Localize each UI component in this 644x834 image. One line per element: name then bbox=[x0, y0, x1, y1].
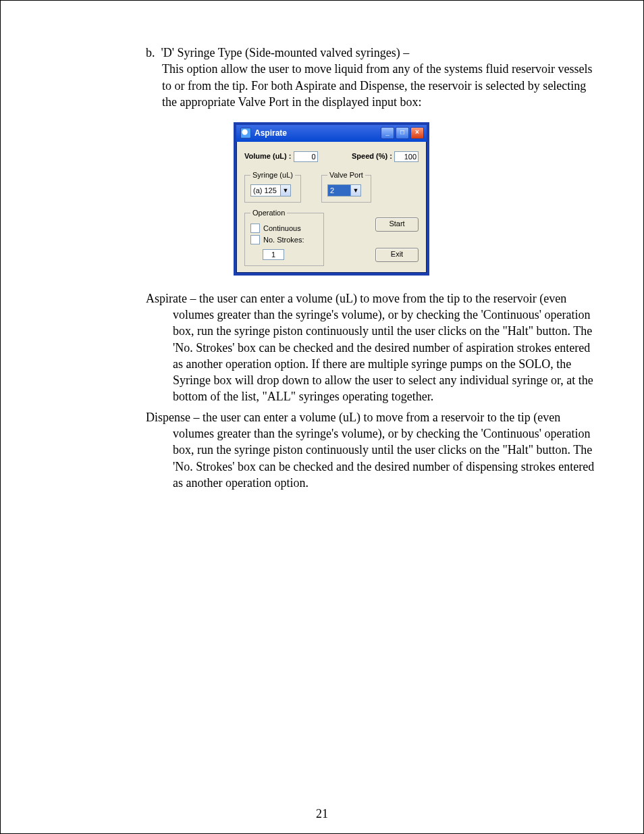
close-button[interactable]: × bbox=[410, 127, 424, 139]
syringe-groupbox: Syringe (uL) (a) 125 ▼ bbox=[244, 170, 301, 203]
nostrokes-row[interactable]: No. Strokes: bbox=[250, 235, 318, 245]
syringe-value: (a) 125 bbox=[251, 185, 280, 196]
speed-label: Speed (%) : bbox=[352, 152, 392, 160]
operation-legend: Operation bbox=[250, 208, 287, 218]
volume-field-group: Volume (uL) : 0 bbox=[244, 151, 318, 162]
title-bar[interactable]: Aspirate _ □ × bbox=[236, 125, 427, 142]
speed-field-group: Speed (%) : 100 bbox=[352, 151, 419, 162]
dialog-body: Volume (uL) : 0 Speed (%) : 100 Syringe … bbox=[236, 142, 427, 272]
window-title: Aspirate bbox=[254, 128, 287, 138]
nostrokes-input[interactable]: 1 bbox=[263, 249, 284, 260]
continuous-checkbox[interactable] bbox=[250, 224, 260, 233]
valveport-dropdown[interactable]: 2 ▼ bbox=[327, 184, 361, 197]
continuous-row[interactable]: Continuous bbox=[250, 224, 318, 234]
aspirate-text: Aspirate – the user can enter a volume (… bbox=[146, 290, 603, 405]
syringe-dropdown[interactable]: (a) 125 ▼ bbox=[250, 184, 291, 197]
maximize-button[interactable]: □ bbox=[396, 127, 409, 139]
nostrokes-label: No. Strokes: bbox=[263, 235, 304, 245]
chevron-down-icon: ▼ bbox=[350, 185, 360, 196]
start-button[interactable]: Start bbox=[375, 217, 419, 232]
continuous-label: Continuous bbox=[263, 224, 301, 234]
dispense-paragraph: Dispense – the user can enter a volume (… bbox=[146, 409, 603, 491]
exit-button[interactable]: Exit bbox=[375, 248, 419, 262]
chevron-down-icon: ▼ bbox=[280, 185, 290, 196]
syringe-legend: Syringe (uL) bbox=[250, 170, 295, 180]
volume-label: Volume (uL) : bbox=[244, 152, 291, 160]
app-icon bbox=[240, 128, 251, 138]
list-letter: b. bbox=[146, 46, 155, 59]
page-number: 21 bbox=[1, 807, 643, 821]
dispense-text: Dispense – the user can enter a volume (… bbox=[146, 409, 603, 491]
aspirate-dialog: Aspirate _ □ × Volume (uL) : 0 bbox=[234, 122, 429, 275]
list-item-b: b. 'D' Syringe Type (Side-mounted valved… bbox=[146, 45, 603, 61]
valveport-value: 2 bbox=[328, 185, 350, 196]
document-page: b. 'D' Syringe Type (Side-mounted valved… bbox=[0, 0, 644, 834]
valveport-groupbox: Valve Port 2 ▼ bbox=[321, 170, 371, 203]
list-heading: 'D' Syringe Type (Side-mounted valved sy… bbox=[161, 46, 410, 59]
speed-input[interactable]: 100 bbox=[394, 151, 419, 162]
operation-groupbox: Operation Continuous No. Strokes: 1 bbox=[244, 208, 324, 266]
volume-input[interactable]: 0 bbox=[294, 151, 318, 162]
valveport-legend: Valve Port bbox=[327, 170, 365, 180]
intro-paragraph: This option allow the user to move liqui… bbox=[146, 61, 603, 110]
minimize-button[interactable]: _ bbox=[381, 127, 394, 139]
page-content: b. 'D' Syringe Type (Side-mounted valved… bbox=[146, 45, 603, 491]
aspirate-paragraph: Aspirate – the user can enter a volume (… bbox=[146, 290, 603, 405]
aspirate-dialog-figure: Aspirate _ □ × Volume (uL) : 0 bbox=[234, 122, 429, 275]
nostrokes-checkbox[interactable] bbox=[250, 235, 260, 244]
